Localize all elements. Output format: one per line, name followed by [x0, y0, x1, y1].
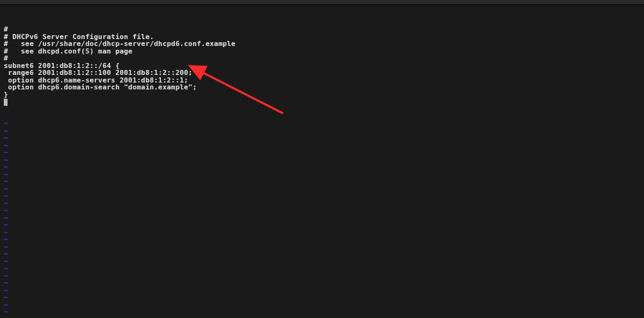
- empty-line-marker: ~: [4, 265, 640, 273]
- empty-line-marker: ~: [4, 128, 640, 135]
- empty-line-marker: ~: [4, 309, 640, 316]
- empty-line-marker: ~: [4, 142, 640, 150]
- text-cursor: [4, 99, 8, 106]
- empty-line-marker: ~: [4, 229, 640, 237]
- empty-line-marker: ~: [4, 273, 640, 280]
- code-line: #: [4, 26, 640, 33]
- window-titlebar: [0, 0, 644, 5]
- code-line: }: [4, 91, 640, 99]
- code-line: # see dhcpd.conf(5) man page: [4, 48, 640, 55]
- empty-line-marker: ~: [4, 200, 640, 208]
- empty-line-marker: ~: [4, 186, 640, 193]
- code-line: # see /usr/share/doc/dhcp-server/dhcpd6.…: [4, 40, 640, 48]
- empty-line-marker: ~: [4, 178, 640, 186]
- empty-line-marker: ~: [4, 258, 640, 266]
- empty-line-marker: ~: [4, 164, 640, 171]
- file-content: ## DHCPv6 Server Configuration file.# se…: [4, 26, 640, 106]
- empty-line-marker: ~: [4, 294, 640, 302]
- empty-line-marker: ~: [4, 302, 640, 309]
- empty-line-marker: ~: [4, 215, 640, 222]
- empty-line-marker: ~: [4, 149, 640, 157]
- empty-line-marker: ~: [4, 222, 640, 229]
- empty-line-marker: ~: [4, 251, 640, 258]
- empty-line-marker: ~: [4, 316, 640, 319]
- cursor-line: [4, 98, 640, 106]
- code-line: range6 2001:db8:1:2::100 2001:db8:1:2::2…: [4, 69, 640, 77]
- empty-line-marker: ~: [4, 157, 640, 164]
- empty-line-marker: ~: [4, 287, 640, 295]
- empty-line-marker: ~: [4, 280, 640, 287]
- code-line: option dhcp6.domain-search "domain.examp…: [4, 84, 640, 91]
- empty-line-marker: ~: [4, 193, 640, 200]
- empty-line-tildes: ~~~~~~~~~~~~~~~~~~~~~~~~~~~~~~~~~: [4, 120, 640, 318]
- empty-line-marker: ~: [4, 207, 640, 215]
- code-line: #: [4, 55, 640, 62]
- empty-line-marker: ~: [4, 135, 640, 142]
- empty-line-marker: ~: [4, 120, 640, 128]
- empty-line-marker: ~: [4, 244, 640, 251]
- empty-line-marker: ~: [4, 236, 640, 244]
- empty-line-marker: ~: [4, 171, 640, 179]
- editor-area[interactable]: ## DHCPv6 Server Configuration file.# se…: [0, 5, 644, 318]
